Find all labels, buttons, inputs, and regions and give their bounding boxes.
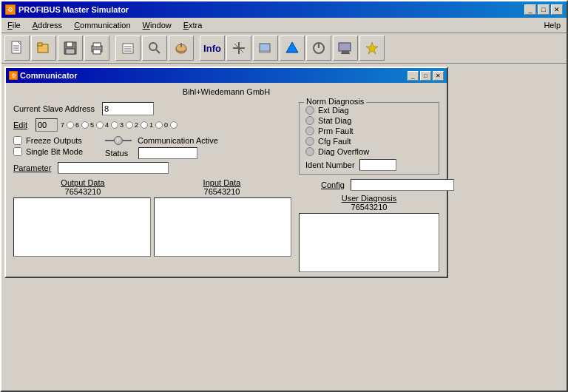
toolbar-print-btn[interactable] bbox=[84, 36, 109, 61]
comm-title-icon: ⚙ bbox=[9, 71, 18, 80]
slave-address-input[interactable] bbox=[102, 102, 154, 115]
checkboxes-col: Freeze Outputs Single Bit Mode bbox=[13, 136, 83, 159]
bit0-radio[interactable] bbox=[170, 121, 178, 129]
bit7-radio[interactable] bbox=[67, 121, 74, 129]
toolbar-star-btn[interactable] bbox=[359, 36, 385, 61]
user-diag-label: User Diagnosis bbox=[299, 194, 439, 203]
menu-window[interactable]: Window bbox=[137, 19, 178, 31]
menu-help[interactable]: Help bbox=[538, 19, 567, 31]
menu-file[interactable]: File bbox=[1, 19, 27, 31]
stat-diag-row: Stat Diag bbox=[305, 116, 433, 125]
communicator-window: ⚙ Communicator _ □ ✕ Bihl+Wiedemann GmbH bbox=[4, 67, 448, 278]
ident-number-input[interactable] bbox=[359, 159, 396, 171]
bit2-label: 2 bbox=[135, 121, 138, 129]
single-bit-mode-row: Single Bit Mode bbox=[13, 147, 83, 156]
bit4-label: 4 bbox=[105, 121, 109, 129]
content-area: ⚙ Communicator _ □ ✕ Bihl+Wiedemann GmbH bbox=[1, 64, 567, 391]
toolbar-pan-btn[interactable] bbox=[169, 36, 194, 61]
svg-rect-5 bbox=[38, 43, 42, 46]
menu-bar: File Address Communication Window Extra … bbox=[1, 18, 567, 33]
svg-line-17 bbox=[156, 50, 160, 53]
main-title-bar: ⚙ PROFIBUS Master Simulator _ □ ✕ bbox=[1, 1, 567, 18]
ident-number-label: Ident Number bbox=[305, 160, 355, 169]
bit1-label: 1 bbox=[149, 121, 153, 129]
edit-input[interactable] bbox=[36, 118, 58, 132]
toolbar-open-btn[interactable] bbox=[31, 36, 56, 61]
comm-active-label: Communication Active bbox=[138, 136, 218, 145]
svg-rect-29 bbox=[339, 43, 351, 51]
prm-fault-row: Prm Fault bbox=[305, 126, 433, 135]
comm-window-controls: _ □ ✕ bbox=[408, 71, 444, 81]
toggle-dash-left bbox=[105, 140, 111, 141]
parameter-input[interactable] bbox=[58, 162, 169, 174]
bit7-label: 7 bbox=[61, 121, 64, 129]
single-bit-mode-label: Single Bit Mode bbox=[26, 147, 83, 156]
slave-address-row: Current Slave Address bbox=[13, 102, 291, 115]
comm-active-col: Communication Active Status bbox=[105, 136, 218, 159]
ext-diag-indicator bbox=[305, 106, 314, 115]
user-diag-box[interactable] bbox=[299, 213, 439, 272]
maximize-button[interactable]: □ bbox=[538, 4, 550, 15]
param-config-row: Parameter bbox=[13, 162, 291, 174]
input-data-box[interactable] bbox=[154, 197, 291, 257]
config-input[interactable] bbox=[351, 179, 454, 191]
comm-minimize-btn[interactable]: _ bbox=[408, 71, 419, 81]
toolbar-save-btn[interactable] bbox=[58, 36, 83, 61]
close-button[interactable]: ✕ bbox=[551, 4, 563, 15]
freeze-outputs-checkbox[interactable] bbox=[13, 136, 22, 145]
ident-row: Ident Number bbox=[305, 159, 433, 171]
edit-row: Edit 7 6 5 4 3 2 1 0 bbox=[13, 118, 291, 132]
config-row: Config bbox=[299, 179, 439, 191]
comm-active-toggle[interactable]: Communication Active bbox=[105, 136, 218, 145]
comm-close-btn[interactable]: ✕ bbox=[433, 71, 444, 81]
bit6-radio[interactable] bbox=[81, 121, 89, 129]
cfg-fault-indicator bbox=[305, 137, 314, 146]
bit5-radio[interactable] bbox=[96, 121, 104, 129]
user-diag-section: User Diagnosis 76543210 bbox=[299, 194, 439, 272]
comm-title-left: ⚙ Communicator bbox=[9, 71, 78, 80]
toolbar-props-btn[interactable] bbox=[115, 36, 141, 61]
toolbar-search-btn[interactable] bbox=[142, 36, 167, 61]
toolbar-tool1-btn[interactable] bbox=[226, 36, 251, 61]
toolbar: Info bbox=[1, 33, 567, 64]
toolbar-info-btn[interactable]: Info bbox=[200, 36, 225, 61]
toggle-track bbox=[105, 136, 132, 145]
output-data-value: 76543210 bbox=[13, 187, 152, 196]
comm-content: Bihl+Wiedemann GmbH Current Slave Addres… bbox=[6, 83, 447, 277]
toolbar-circle-btn[interactable] bbox=[306, 36, 331, 61]
user-diag-value: 76543210 bbox=[299, 203, 439, 212]
output-data-col: Output Data 76543210 bbox=[13, 178, 152, 196]
stat-diag-label: Stat Diag bbox=[318, 116, 351, 125]
toolbar-tool2-btn[interactable] bbox=[253, 36, 278, 61]
parameter-label: Parameter bbox=[13, 163, 58, 172]
bit2-radio[interactable] bbox=[141, 121, 148, 129]
svg-rect-25 bbox=[260, 51, 270, 53]
svg-rect-24 bbox=[260, 44, 270, 52]
svg-rect-11 bbox=[93, 50, 101, 54]
menu-communication[interactable]: Communication bbox=[68, 19, 136, 31]
status-input[interactable] bbox=[138, 147, 197, 159]
bit3-radio[interactable] bbox=[126, 121, 133, 129]
norm-diagnosis-box: Norm Diagnosis Ext Diag Stat Diag bbox=[299, 102, 439, 175]
freeze-outputs-label: Freeze Outputs bbox=[26, 136, 82, 145]
comm-active-row: Communication Active bbox=[105, 136, 218, 145]
svg-marker-26 bbox=[286, 42, 298, 53]
toolbar-screen-btn[interactable] bbox=[333, 36, 358, 61]
comm-maximize-btn[interactable]: □ bbox=[420, 71, 431, 81]
stat-diag-indicator bbox=[305, 116, 314, 125]
minimize-button[interactable]: _ bbox=[524, 4, 536, 15]
cfg-fault-label: Cfg Fault bbox=[318, 137, 351, 146]
bit4-radio[interactable] bbox=[111, 121, 118, 129]
bit1-radio[interactable] bbox=[155, 121, 163, 129]
toolbar-up-btn[interactable] bbox=[280, 36, 305, 61]
svg-rect-10 bbox=[93, 43, 101, 47]
app-title: PROFIBUS Master Simulator bbox=[18, 5, 129, 14]
menu-address[interactable]: Address bbox=[27, 19, 68, 31]
company-name: Bihl+Wiedemann GmbH bbox=[13, 87, 439, 96]
toggle-dash-right2 bbox=[129, 140, 132, 141]
toolbar-new-btn[interactable] bbox=[4, 36, 30, 61]
output-data-box[interactable] bbox=[13, 197, 151, 257]
menu-extra[interactable]: Extra bbox=[178, 19, 209, 31]
single-bit-mode-checkbox[interactable] bbox=[13, 147, 22, 156]
bit3-label: 3 bbox=[120, 121, 124, 129]
